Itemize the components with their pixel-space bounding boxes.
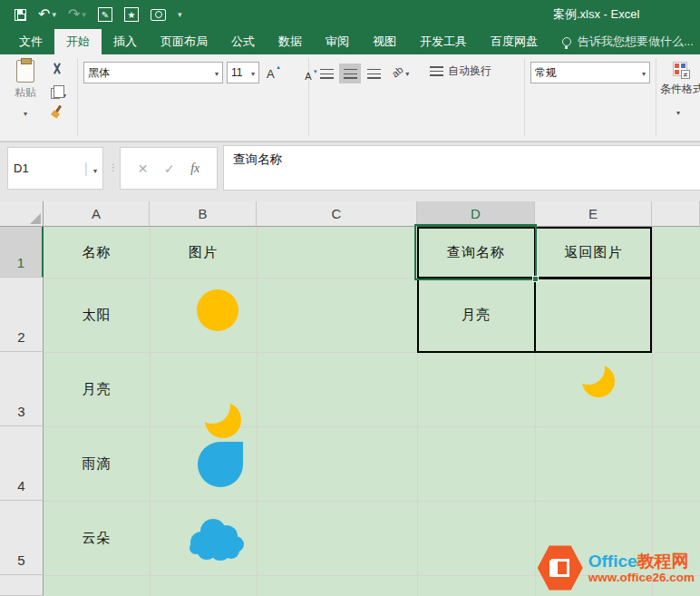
- formula-input[interactable]: 查询名称: [223, 145, 700, 191]
- save-icon[interactable]: [15, 9, 26, 21]
- group-divider: [77, 58, 78, 136]
- office-logo-icon: [538, 544, 583, 591]
- undo-icon: ↶: [38, 7, 50, 22]
- paste-clipboard-icon: [16, 60, 34, 83]
- redo-button[interactable]: ↷▾: [68, 7, 86, 22]
- qat-customize-icon[interactable]: ▾: [178, 10, 182, 19]
- tell-me-label: 告诉我您想要做什么...: [578, 34, 694, 50]
- camera-icon[interactable]: [151, 9, 166, 21]
- edit-chart-icon[interactable]: ✎: [98, 7, 112, 22]
- column-header-c[interactable]: C: [257, 201, 417, 227]
- enter-icon[interactable]: ✓: [164, 161, 175, 176]
- crescent-moon-icon[interactable]: [200, 398, 242, 439]
- copy-button[interactable]: [51, 85, 66, 102]
- tab-insert[interactable]: 插入: [102, 29, 149, 54]
- top-align-icon: [320, 69, 334, 79]
- name-box-value: D1: [14, 161, 29, 175]
- window-title: 案例.xlsx - Excel: [553, 0, 639, 29]
- shrink-font-icon[interactable]: A: [305, 71, 316, 82]
- tab-baidu-netdisk[interactable]: 百度网盘: [479, 29, 549, 54]
- tab-page-layout[interactable]: 页面布局: [149, 29, 219, 54]
- raindrop-icon[interactable]: [198, 442, 243, 487]
- insert-function-icon[interactable]: fx: [190, 161, 199, 176]
- cell-b1[interactable]: 图片: [150, 227, 257, 278]
- font-size-value: 11: [231, 66, 242, 79]
- column-header-e[interactable]: E: [535, 201, 652, 227]
- select-all-corner[interactable]: [0, 201, 44, 227]
- conditional-formatting-button[interactable]: ≠ 条件格式: [660, 62, 700, 119]
- watermark-brand: Office教程网: [588, 552, 695, 571]
- paste-dropdown-icon: [24, 103, 27, 120]
- tab-file[interactable]: 文件: [7, 29, 54, 54]
- cell-a1[interactable]: 名称: [44, 227, 150, 278]
- paste-button[interactable]: 粘贴: [5, 60, 45, 120]
- middle-align-button[interactable]: [339, 64, 361, 83]
- row-header-4[interactable]: 4: [0, 426, 44, 501]
- row-header-2[interactable]: 2: [0, 278, 44, 352]
- conditional-formatting-label: 条件格式: [660, 82, 700, 97]
- middle-align-icon: [344, 69, 357, 79]
- cell-a4[interactable]: 雨滴: [44, 426, 150, 501]
- font-name-value: 黑体: [88, 65, 110, 81]
- title-bar: ↶▾ ↷▾ ✎ ★ ▾ 案例.xlsx - Excel: [0, 0, 700, 29]
- formula-bar-splitter[interactable]: ⋮: [109, 162, 119, 172]
- column-header-f[interactable]: [652, 201, 700, 227]
- column-header-b[interactable]: B: [150, 201, 257, 227]
- sun-icon[interactable]: [197, 289, 238, 331]
- cloud-icon[interactable]: [186, 515, 246, 562]
- tab-developer[interactable]: 开发工具: [408, 29, 479, 54]
- row-header-5[interactable]: 5: [0, 501, 44, 575]
- wrap-text-button[interactable]: 自动换行: [430, 64, 491, 79]
- bottom-align-button[interactable]: [363, 64, 384, 83]
- tell-me-box[interactable]: 告诉我您想要做什么...: [562, 29, 694, 54]
- gridline: [150, 227, 151, 596]
- formula-bar-strip: D1 | ⋮ ✕ ✓ fx 查询名称: [0, 142, 700, 201]
- star-icon[interactable]: ★: [124, 7, 139, 22]
- tab-data[interactable]: 数据: [267, 29, 314, 54]
- cell-a5[interactable]: 云朵: [44, 501, 150, 575]
- watermark: Office教程网 www.office26.com: [538, 544, 695, 591]
- font-name-combo[interactable]: 黑体: [83, 62, 223, 83]
- row-header-3[interactable]: 3: [0, 352, 44, 426]
- cell-a2[interactable]: 太阳: [44, 278, 150, 352]
- group-divider: [308, 58, 309, 136]
- orientation-button[interactable]: ab: [392, 64, 409, 80]
- cell-a3[interactable]: 月亮: [44, 352, 150, 426]
- column-header-d[interactable]: D: [417, 201, 535, 227]
- row-header-1[interactable]: 1: [0, 227, 44, 278]
- conditional-formatting-icon: ≠: [673, 62, 687, 76]
- tab-review[interactable]: 审阅: [314, 29, 361, 54]
- gridline: [652, 227, 653, 596]
- font-size-combo[interactable]: 11: [227, 62, 259, 83]
- top-align-button[interactable]: [316, 64, 337, 83]
- tab-view[interactable]: 视图: [361, 29, 408, 54]
- gridline: [257, 227, 258, 596]
- undo-button[interactable]: ↶▾: [38, 7, 56, 22]
- crescent-moon-result-icon[interactable]: [578, 361, 617, 401]
- group-divider: [524, 58, 525, 136]
- redo-icon: ↷: [68, 7, 80, 22]
- grow-font-icon[interactable]: A: [267, 67, 279, 81]
- wrap-text-icon: [430, 66, 443, 76]
- fill-handle[interactable]: [532, 276, 539, 282]
- font-name-dropdown-icon: [215, 66, 219, 79]
- name-box[interactable]: D1 |: [7, 147, 103, 190]
- tab-home[interactable]: 开始: [54, 29, 102, 54]
- number-format-combo[interactable]: 常规: [530, 62, 650, 83]
- row-header-6[interactable]: [0, 575, 44, 596]
- column-header-a[interactable]: A: [44, 201, 150, 227]
- cancel-icon[interactable]: ✕: [138, 161, 149, 176]
- copy-icon: [51, 88, 60, 99]
- name-box-dropdown-icon[interactable]: [93, 161, 97, 177]
- conditional-formatting-dropdown-icon: [676, 103, 680, 119]
- orientation-dropdown-icon: [405, 64, 409, 80]
- number-format-dropdown-icon: [642, 66, 646, 79]
- tab-formulas[interactable]: 公式: [219, 29, 267, 54]
- ribbon: 粘贴 剪贴板 黑体 11 A A B I U ⊞ A wén 文 字体: [0, 54, 700, 142]
- paste-label: 粘贴: [15, 85, 36, 101]
- cell-d1-selected[interactable]: 查询名称: [417, 227, 535, 278]
- undo-dropdown-icon[interactable]: ▾: [52, 10, 56, 19]
- lightbulb-icon: [562, 37, 571, 46]
- number-format-value: 常规: [535, 65, 557, 81]
- formula-buttons: ✕ ✓ fx: [120, 147, 218, 190]
